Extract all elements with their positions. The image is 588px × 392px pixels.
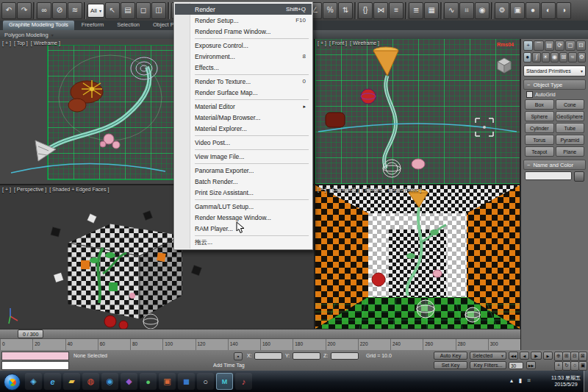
- menu-item-batch-render[interactable]: Batch Render...: [175, 176, 312, 187]
- z-coordinate-field[interactable]: [331, 352, 359, 360]
- volume-icon[interactable]: ▮: [519, 377, 522, 384]
- schematic-view-icon[interactable]: ⌗: [459, 2, 474, 19]
- max-icon[interactable]: M: [216, 373, 233, 390]
- maxscript-listener-white[interactable]: [1, 361, 69, 370]
- taskbar-app-1-icon[interactable]: ◈: [25, 373, 42, 390]
- menu-item-material-explorer[interactable]: Material Explorer...: [175, 123, 312, 134]
- shapes-category-icon[interactable]: ∫: [532, 52, 540, 63]
- cylinder-button[interactable]: Cylinder: [525, 123, 554, 133]
- menu-item-render-setup[interactable]: Render Setup...F10: [175, 15, 312, 26]
- render-production-icon[interactable]: ●: [526, 2, 540, 19]
- menu-item-render[interactable]: RenderShift+Q: [175, 4, 312, 15]
- cameras-category-icon[interactable]: ◉: [551, 52, 559, 63]
- undo-icon[interactable]: ↶: [1, 2, 16, 19]
- taskbar-app-6-icon[interactable]: ○: [197, 373, 214, 390]
- bind-to-space-warp-icon[interactable]: ≋: [68, 2, 82, 19]
- rectangular-selection-icon[interactable]: ◻: [136, 2, 151, 19]
- taskbar-app-3-icon[interactable]: ●: [140, 373, 157, 390]
- selection-filter-dropdown[interactable]: All▾: [87, 4, 104, 18]
- taskbar-app-4-icon[interactable]: ▣: [159, 373, 176, 390]
- menu-item-material-editor[interactable]: Material Editor▸: [175, 101, 312, 112]
- key-filters-button[interactable]: Key Filters...: [470, 361, 506, 369]
- tab-selection[interactable]: Selection: [111, 21, 146, 30]
- pyramid-button[interactable]: Pyramid: [556, 135, 585, 145]
- select-object-icon[interactable]: ↖: [105, 2, 120, 19]
- box-button[interactable]: Box: [525, 99, 554, 110]
- hierarchy-tab-icon[interactable]: ▤: [545, 40, 554, 51]
- spinner-snap-icon[interactable]: ⇅: [338, 2, 353, 19]
- menu-item-gamma-lut-setup[interactable]: Gamma/LUT Setup...: [175, 201, 312, 212]
- percent-snap-icon[interactable]: %: [323, 2, 337, 19]
- redo-icon[interactable]: ↷: [17, 2, 32, 19]
- maxscript-listener-pink[interactable]: [1, 352, 69, 360]
- menu-item-effects[interactable]: Effects...: [175, 62, 312, 73]
- menu-item-rendered-frame-window[interactable]: Rendered Frame Window...: [175, 26, 312, 37]
- utilities-tab-icon[interactable]: ⊡: [576, 40, 586, 51]
- viewport-menu-bracket[interactable]: [ + ]: [2, 40, 11, 46]
- torus-button[interactable]: Torus: [525, 135, 554, 145]
- tab-graphite-modeling-tools[interactable]: Graphite Modeling Tools: [3, 21, 74, 30]
- track-bar[interactable]: 0 20 40 60 80 100 120 140 160 180 200 22…: [0, 338, 520, 350]
- object-name-input[interactable]: [525, 171, 572, 180]
- tab-freeform[interactable]: Freeform: [76, 21, 110, 30]
- sphere-button[interactable]: Sphere: [525, 111, 554, 121]
- viewport-shading-bracket[interactable]: [ Shaded + Edged Faces ]: [362, 187, 421, 192]
- folder-icon[interactable]: ▰: [63, 373, 80, 390]
- tray-expand-icon[interactable]: ▴: [510, 377, 513, 384]
- plane-button[interactable]: Plane: [556, 146, 585, 157]
- zoom-extents-all-icon[interactable]: ⊠: [578, 352, 587, 361]
- play-button[interactable]: ▶: [531, 352, 542, 360]
- ie-icon[interactable]: e: [44, 373, 61, 390]
- display-tab-icon[interactable]: ▢: [565, 40, 575, 51]
- chrome-icon[interactable]: ◍: [82, 373, 99, 390]
- menu-item-panorama-exporter[interactable]: Panorama Exporter...: [175, 165, 312, 176]
- taskbar-app-7-icon[interactable]: ♪: [235, 373, 252, 390]
- viewport-menu-bracket[interactable]: [ + ]: [2, 187, 11, 192]
- select-by-name-icon[interactable]: ▤: [121, 2, 135, 19]
- menu-item-render-surface-map[interactable]: Render Surface Map...: [175, 87, 312, 98]
- graphite-toggle-icon[interactable]: ▦: [424, 2, 439, 19]
- primitive-category-dropdown[interactable]: Standard Primitives▾: [523, 65, 586, 76]
- menu-item-video-post[interactable]: Video Post...: [175, 137, 312, 148]
- network-icon[interactable]: ⌗: [527, 377, 531, 385]
- goto-start-button[interactable]: ◀◀: [509, 352, 518, 360]
- taskbar-app-5-icon[interactable]: ◼: [178, 373, 195, 390]
- auto-key-button[interactable]: Auto Key: [434, 352, 467, 360]
- media-player-icon[interactable]: ◉: [101, 373, 118, 390]
- lights-category-icon[interactable]: ☀: [542, 52, 550, 63]
- selection-lock-toggle[interactable]: ▪: [234, 352, 243, 360]
- menu-item-material-map-browser[interactable]: Material/Map Browser...: [175, 112, 312, 123]
- show-desktop-button[interactable]: [584, 371, 588, 392]
- layer-manager-icon[interactable]: ≣: [409, 2, 423, 19]
- helpers-category-icon[interactable]: ⊞: [559, 52, 567, 63]
- geosphere-button[interactable]: GeoSphere: [556, 111, 585, 121]
- menu-item-render-to-texture[interactable]: Render To Texture...0: [175, 76, 312, 87]
- time-slider-handle[interactable]: 0 / 300: [18, 329, 43, 338]
- autogrid-checkbox[interactable]: AutoGrid: [526, 91, 583, 98]
- viewport-name-bracket[interactable]: [ Front ]: [329, 40, 347, 46]
- mirror-icon[interactable]: ⋈: [373, 2, 388, 19]
- cone-button[interactable]: Cone: [556, 99, 585, 110]
- goto-end-button[interactable]: ▶▶: [526, 361, 536, 369]
- viewport-menu-bracket[interactable]: [ + ]: [318, 40, 326, 46]
- start-button[interactable]: [4, 374, 21, 391]
- current-frame-field[interactable]: 30: [509, 362, 523, 369]
- named-selection-sets-icon[interactable]: {}: [358, 2, 373, 19]
- systems-category-icon[interactable]: ⚙: [578, 52, 586, 63]
- curve-editor-icon[interactable]: ∿: [444, 2, 459, 19]
- rendered-frame-window-icon[interactable]: ▣: [510, 2, 525, 19]
- create-tab-icon[interactable]: +: [523, 40, 533, 51]
- menu-item-environment[interactable]: Environment...8: [175, 51, 312, 62]
- menu-item-view-image-file[interactable]: View Image File...: [175, 151, 312, 162]
- space-warps-category-icon[interactable]: ≈: [568, 52, 576, 63]
- taskbar-app-2-icon[interactable]: ◆: [121, 373, 137, 390]
- quick-render-icon[interactable]: ◑: [556, 2, 571, 19]
- viewport-front[interactable]: [ + ] [ Front ] [ Wireframe ] Rms04: [315, 39, 520, 184]
- modify-tab-icon[interactable]: ⌒: [534, 40, 543, 51]
- selection-set-dropdown[interactable]: Selected▾: [470, 352, 506, 360]
- menu-item-render-extra[interactable]: 拖云...: [175, 237, 312, 248]
- material-editor-icon[interactable]: ◉: [475, 2, 490, 19]
- geometry-category-icon[interactable]: ●: [523, 52, 531, 63]
- object-type-rollout[interactable]: − Object Type: [523, 79, 586, 90]
- render-setup-icon[interactable]: ⚙: [495, 2, 509, 19]
